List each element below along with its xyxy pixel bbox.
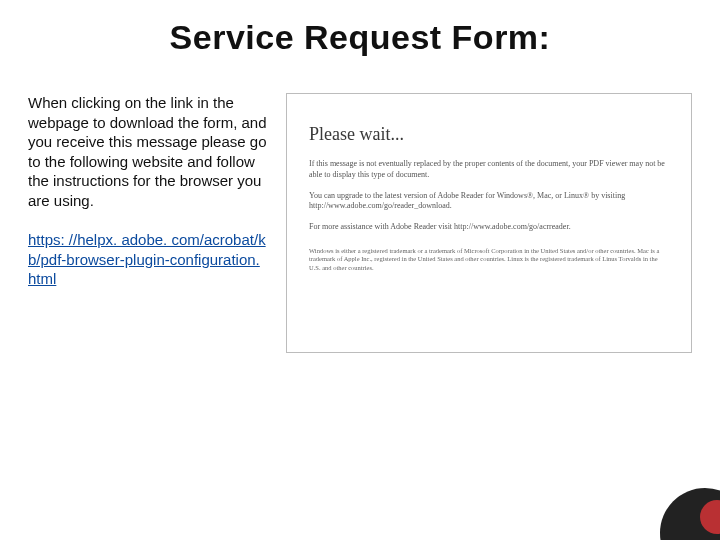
help-link[interactable]: https: //helpx. adobe. com/acrobat/kb/pd… [28,231,266,287]
pdf-paragraph-3: For more assistance with Adobe Reader vi… [309,222,669,233]
left-column: When clicking on the link in the webpage… [28,93,268,353]
pdf-heading: Please wait... [309,124,669,145]
page-title: Service Request Form: [28,18,692,57]
pdf-fineprint: Windows is either a registered trademark… [309,247,669,272]
instruction-text: When clicking on the link in the webpage… [28,93,268,210]
pdf-paragraph-2: You can upgrade to the latest version of… [309,191,669,213]
corner-decoration [640,480,720,540]
slide: Service Request Form: When clicking on t… [0,0,720,540]
pdf-error-preview: Please wait... If this message is not ev… [286,93,692,353]
pdf-paragraph-1: If this message is not eventually replac… [309,159,669,181]
content-row: When clicking on the link in the webpage… [28,93,692,353]
